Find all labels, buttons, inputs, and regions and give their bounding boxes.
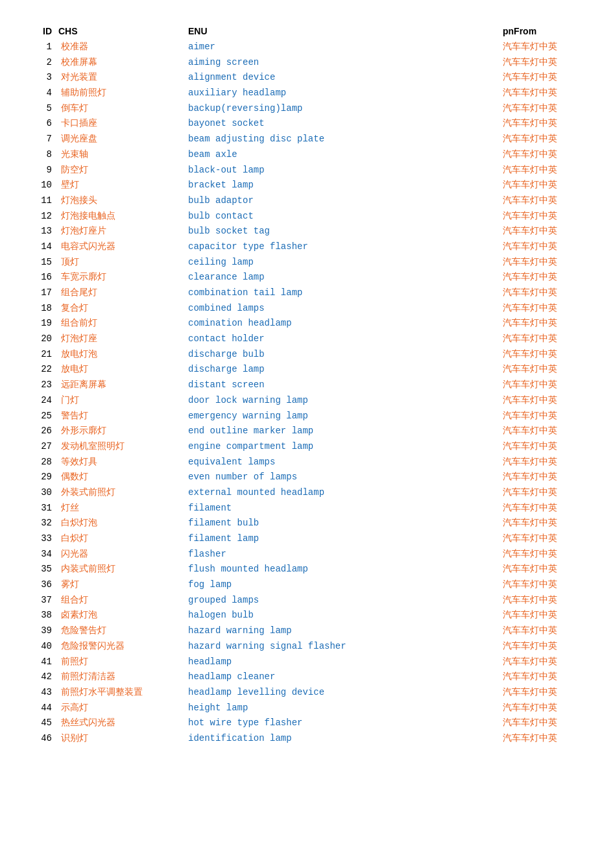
cell-enu: capacitor type flasher [188, 240, 503, 254]
cell-chs: 偶数灯 [58, 470, 188, 485]
cell-pn: 汽车车灯中英 [503, 102, 594, 116]
table-row: 39危险警告灯hazard warning lamp汽车车灯中英 [19, 624, 594, 638]
cell-chs: 灯泡接头 [58, 194, 188, 208]
cell-chs: 组合灯 [58, 594, 188, 608]
table-row: 2校准屏幕aiming screen汽车车灯中英 [19, 56, 594, 70]
cell-enu: bracket lamp [188, 178, 503, 193]
cell-pn: 汽车车灯中英 [503, 163, 594, 178]
cell-pn: 汽车车灯中英 [503, 40, 594, 54]
cell-pn: 汽车车灯中英 [503, 532, 594, 546]
cell-pn: 汽车车灯中英 [503, 271, 594, 285]
cell-chs: 灯丝 [58, 501, 188, 516]
cell-id: 35 [19, 562, 58, 577]
cell-pn: 汽车车灯中英 [503, 424, 594, 439]
table-row: 11灯泡接头bulb adaptor汽车车灯中英 [19, 194, 594, 208]
cell-pn: 汽车车灯中英 [503, 224, 594, 239]
table-row: 41前照灯headlamp汽车车灯中英 [19, 655, 594, 669]
cell-enu: identification lamp [188, 732, 503, 746]
table-row: 35内装式前照灯flush mounted headlamp汽车车灯中英 [19, 562, 594, 577]
cell-enu: aimer [188, 40, 503, 54]
cell-id: 34 [19, 548, 58, 562]
cell-pn: 汽车车灯中英 [503, 655, 594, 669]
cell-pn: 汽车车灯中英 [503, 716, 594, 730]
cell-enu: backup(reversing)lamp [188, 102, 503, 116]
cell-enu: combination tail lamp [188, 286, 503, 300]
cell-enu: halogen bulb [188, 609, 503, 623]
cell-enu: combined lamps [188, 302, 503, 316]
cell-id: 20 [19, 332, 58, 346]
cell-enu: bayonet socket [188, 117, 503, 131]
cell-chs: 卤素灯泡 [58, 609, 188, 623]
cell-enu: beam adjusting disc plate [188, 132, 503, 147]
cell-pn: 汽车车灯中英 [503, 286, 594, 300]
cell-id: 27 [19, 440, 58, 454]
cell-id: 7 [19, 132, 58, 147]
cell-chs: 校准器 [58, 40, 188, 54]
table-row: 21放电灯泡discharge bulb汽车车灯中英 [19, 348, 594, 362]
cell-enu: height lamp [188, 701, 503, 716]
cell-enu: black-out lamp [188, 163, 503, 178]
cell-enu: bulb adaptor [188, 194, 503, 208]
cell-pn: 汽车车灯中英 [503, 56, 594, 70]
cell-enu: flush mounted headlamp [188, 562, 503, 577]
table-row: 26外形示廓灯end outline marker lamp汽车车灯中英 [19, 424, 594, 439]
table-row: 12灯泡接电触点bulb contact汽车车灯中英 [19, 210, 594, 224]
table-row: 33白炽灯filament lamp汽车车灯中英 [19, 532, 594, 546]
cell-enu: fog lamp [188, 578, 503, 592]
cell-pn: 汽车车灯中英 [503, 562, 594, 577]
cell-pn: 汽车车灯中英 [503, 548, 594, 562]
cell-chs: 门灯 [58, 394, 188, 408]
cell-chs: 防空灯 [58, 163, 188, 178]
cell-chs: 卡口插座 [58, 117, 188, 131]
cell-enu: headlamp levelling device [188, 686, 503, 700]
cell-pn: 汽车车灯中英 [503, 363, 594, 377]
cell-id: 41 [19, 655, 58, 669]
cell-chs: 示高灯 [58, 701, 188, 716]
cell-enu: alignment device [188, 71, 503, 85]
cell-id: 25 [19, 409, 58, 424]
table-row: 18复合灯combined lamps汽车车灯中英 [19, 302, 594, 316]
cell-id: 40 [19, 640, 58, 654]
cell-enu: hot wire type flasher [188, 716, 503, 730]
cell-chs: 灯泡灯座 [58, 332, 188, 346]
cell-id: 23 [19, 378, 58, 392]
table-row: 6卡口插座bayonet socket汽车车灯中英 [19, 117, 594, 131]
table-row: 17组合尾灯combination tail lamp汽车车灯中英 [19, 286, 594, 300]
cell-pn: 汽车车灯中英 [503, 409, 594, 424]
cell-pn: 汽车车灯中英 [503, 701, 594, 716]
cell-pn: 汽车车灯中英 [503, 302, 594, 316]
cell-pn: 汽车车灯中英 [503, 732, 594, 746]
cell-pn: 汽车车灯中英 [503, 455, 594, 470]
cell-pn: 汽车车灯中英 [503, 378, 594, 392]
table-row: 43前照灯水平调整装置headlamp levelling device汽车车灯… [19, 686, 594, 700]
cell-enu: bulb socket tag [188, 224, 503, 239]
table-row: 37组合灯grouped lamps汽车车灯中英 [19, 594, 594, 608]
cell-pn: 汽车车灯中英 [503, 348, 594, 362]
table-body: 1校准器aimer汽车车灯中英2校准屏幕aiming screen汽车车灯中英3… [19, 40, 594, 746]
cell-id: 33 [19, 532, 58, 546]
cell-chs: 壁灯 [58, 178, 188, 193]
cell-id: 1 [19, 40, 58, 54]
cell-enu: emergency warning lamp [188, 409, 503, 424]
cell-chs: 灯泡接电触点 [58, 210, 188, 224]
cell-id: 9 [19, 163, 58, 178]
cell-pn: 汽车车灯中英 [503, 332, 594, 346]
cell-enu: grouped lamps [188, 594, 503, 608]
cell-enu: engine compartment lamp [188, 440, 503, 454]
cell-chs: 灯泡灯座片 [58, 224, 188, 239]
cell-enu: bulb contact [188, 210, 503, 224]
cell-id: 45 [19, 716, 58, 730]
cell-pn: 汽车车灯中英 [503, 486, 594, 500]
cell-id: 10 [19, 178, 58, 193]
cell-pn: 汽车车灯中英 [503, 256, 594, 270]
cell-pn: 汽车车灯中英 [503, 394, 594, 408]
cell-chs: 热丝式闪光器 [58, 716, 188, 730]
cell-chs: 车宽示廓灯 [58, 271, 188, 285]
cell-enu: distant screen [188, 378, 503, 392]
cell-chs: 外装式前照灯 [58, 486, 188, 500]
cell-enu: clearance lamp [188, 271, 503, 285]
cell-pn: 汽车车灯中英 [503, 210, 594, 224]
cell-enu: equivalent lamps [188, 455, 503, 470]
cell-id: 39 [19, 624, 58, 638]
header-chs: CHS [58, 26, 188, 36]
